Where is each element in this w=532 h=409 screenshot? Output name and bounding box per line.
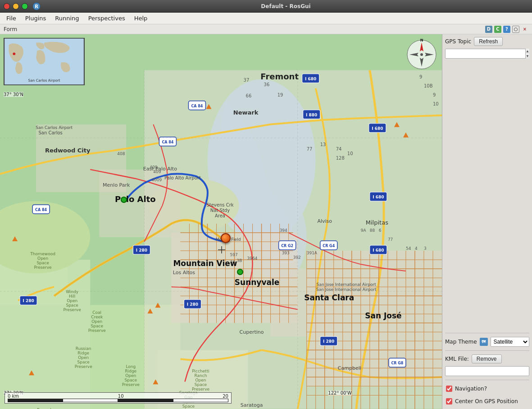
svg-text:Creek: Creek [91,315,103,319]
svg-text:Los Altos: Los Altos [173,270,196,276]
svg-text:Space: Space [91,324,104,328]
map-theme-label: Map Theme [445,339,477,345]
spinner-arrows: ▲ ▼ [525,49,529,59]
svg-text:393: 393 [282,251,290,255]
svg-text:Open: Open [78,355,89,360]
svg-text:Space: Space [36,261,49,265]
svg-text:Open: Open [37,256,48,261]
svg-point-218 [420,53,423,56]
formbar-icons: D C ? ○ × [485,26,528,33]
spinner-up[interactable]: ▲ [526,49,529,54]
menu-running[interactable]: Running [50,14,83,23]
svg-text:I 280: I 280 [136,248,147,253]
svg-text:Area: Area [215,213,225,218]
svg-text:Fremont: Fremont [260,72,299,81]
svg-text:Picchetti: Picchetti [192,369,209,373]
gps-topic-input[interactable] [445,49,529,59]
right-panel: GPS Topic Refresh ▲ ▼ Map Theme 🗺 Satell… [442,34,532,409]
svg-text:N: N [420,39,423,42]
close-icon[interactable]: × [521,26,528,33]
svg-text:Space: Space [195,382,207,387]
svg-text:3: 3 [424,246,427,251]
svg-text:Campbell: Campbell [338,365,361,371]
spinner-down[interactable]: ▼ [526,54,529,59]
circle-icon[interactable]: ○ [512,26,519,33]
svg-text:I 880: I 880 [306,113,317,117]
formbar: Form D C ? ○ × [0,24,532,34]
svg-text:3964: 3964 [247,256,258,261]
svg-text:San Jose Internacional Airport: San Jose Internacional Airport [316,287,377,292]
minimap-world-svg: San Carlos Airport [4,38,84,85]
form-label: Form [4,26,17,32]
svg-text:San Carlos: San Carlos [38,130,62,135]
menubar: File Plugins Running Perspectives Help [0,13,532,24]
svg-text:Preserve: Preserve [75,364,93,369]
svg-text:Palo Alto Airport: Palo Alto Airport [164,175,201,180]
help-icon[interactable]: ? [503,26,510,33]
svg-text:19: 19 [277,92,283,97]
titlebar: R Default - RosGui [0,0,532,13]
map-container[interactable]: I 280 I 280 I 280 I 680 I 680 I 680 I 68… [0,34,442,409]
svg-text:San Carlos Airport: San Carlos Airport [36,125,73,130]
svg-text:9A: 9A [361,228,367,233]
svg-text:Open: Open [67,299,77,303]
menu-plugins[interactable]: Plugins [21,14,51,23]
svg-text:Preserve: Preserve [34,265,52,270]
svg-text:66: 66 [246,93,252,98]
menu-help[interactable]: Help [130,14,152,23]
coord-top-left: 37° 30'N [4,92,23,97]
svg-text:CA 84: CA 84 [191,104,203,108]
remove-button[interactable]: Remove [472,354,502,363]
svg-point-209 [13,52,15,55]
scale-label-1: 10 [118,394,124,399]
svg-text:10: 10 [347,151,353,156]
close-button[interactable] [4,3,10,9]
svg-text:Open: Open [91,319,102,324]
map-theme-select[interactable]: Satellite Road Terrain Hybrid [491,337,529,347]
navigation-checkbox[interactable] [446,386,452,392]
svg-text:I 680: I 680 [305,77,316,81]
menu-perspectives[interactable]: Perspectives [84,14,130,23]
svg-text:4: 4 [415,246,418,251]
window-title: Default - RosGui [43,3,528,9]
svg-text:East Palo Alto: East Palo Alto [143,166,177,172]
refresh-button[interactable]: Refresh [474,37,503,46]
svg-text:392: 392 [293,255,301,260]
svg-rect-14 [271,269,338,336]
c-icon[interactable]: C [494,26,501,33]
minimize-button[interactable] [13,3,19,9]
svg-text:Space: Space [182,404,195,409]
navigation-label: Navigation? [455,386,487,392]
svg-text:3B: 3B [237,258,242,263]
svg-text:I 280: I 280 [323,339,334,344]
svg-text:R: R [35,4,38,9]
gps-topic-input-wrap: ▲ ▼ [445,49,529,329]
kml-file-input[interactable] [445,366,529,376]
svg-text:Cupertino: Cupertino [240,329,264,335]
gps-position-marker [221,233,231,243]
route-start-marker [121,197,127,203]
kml-file-label: KML File: [445,356,469,362]
svg-text:Ridge: Ridge [77,351,89,355]
svg-text:394: 394 [280,228,287,233]
svg-text:CA 84: CA 84 [162,140,173,144]
svg-text:74: 74 [336,147,342,152]
separator-2 [445,350,529,351]
svg-text:Open: Open [195,378,206,382]
svg-text:Nat Stdy: Nat Stdy [210,208,230,213]
svg-text:Long: Long [126,364,136,369]
svg-text:San José: San José [365,311,401,320]
svg-text:408: 408 [117,152,125,156]
maximize-button[interactable] [22,3,28,9]
center-gps-checkbox[interactable] [446,398,452,404]
svg-text:Saratoga: Saratoga [241,402,263,408]
svg-text:Russian: Russian [76,346,91,351]
svg-text:Hill: Hill [69,294,75,299]
svg-text:Ranch: Ranch [194,373,207,378]
d-icon[interactable]: D [485,26,492,33]
svg-text:I 280: I 280 [187,302,198,307]
svg-text:Alviso: Alviso [317,218,332,224]
menu-file[interactable]: File [2,14,21,23]
svg-text:I 280: I 280 [23,299,34,303]
svg-text:Thornewood: Thornewood [30,252,55,256]
